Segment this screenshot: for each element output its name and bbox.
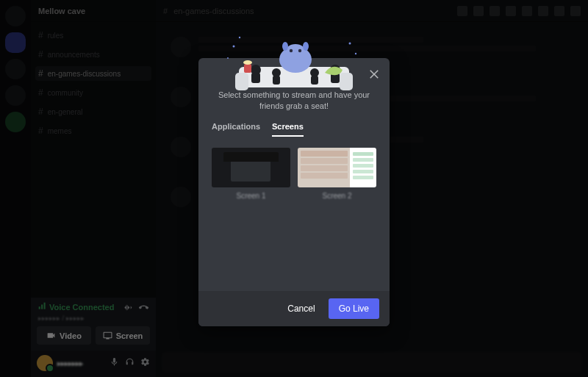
svg-point-23 — [239, 37, 240, 38]
modal-illustration — [198, 21, 390, 65]
svg-rect-11 — [311, 76, 318, 85]
close-icon[interactable] — [368, 67, 381, 80]
screen-thumbnails: Screen 1 Screen 2 — [212, 148, 376, 200]
modal-tabs: Applications Screens — [212, 122, 376, 137]
screen-preview-1 — [212, 148, 290, 187]
svg-point-18 — [282, 42, 288, 51]
svg-rect-7 — [251, 73, 260, 83]
svg-point-24 — [349, 43, 351, 45]
tab-screens[interactable]: Screens — [272, 122, 304, 137]
svg-point-17 — [298, 49, 301, 52]
svg-point-19 — [303, 42, 309, 51]
svg-point-16 — [290, 49, 293, 52]
svg-rect-9 — [273, 76, 280, 85]
tab-applications[interactable]: Applications — [212, 122, 260, 137]
screen-share-modal: Screen Share Select something to stream … — [198, 58, 390, 326]
screen-preview-2 — [298, 148, 376, 187]
screen-label: Screen 1 — [236, 192, 265, 200]
screen-option-2[interactable]: Screen 2 — [298, 148, 376, 200]
modal-footer: Cancel Go Live — [198, 291, 390, 326]
svg-rect-20 — [244, 64, 251, 73]
svg-point-25 — [355, 53, 356, 54]
svg-rect-5 — [340, 73, 353, 90]
svg-point-21 — [243, 60, 252, 65]
svg-point-22 — [233, 46, 235, 48]
svg-point-15 — [285, 44, 306, 60]
cancel-button[interactable]: Cancel — [282, 299, 320, 318]
svg-point-26 — [227, 57, 229, 59]
screen-option-1[interactable]: Screen 1 — [212, 148, 290, 200]
svg-rect-4 — [235, 73, 248, 90]
modal-overlay[interactable]: Screen Share Select something to stream … — [0, 0, 588, 377]
screen-label: Screen 2 — [322, 192, 351, 200]
go-live-button[interactable]: Go Live — [329, 298, 379, 319]
